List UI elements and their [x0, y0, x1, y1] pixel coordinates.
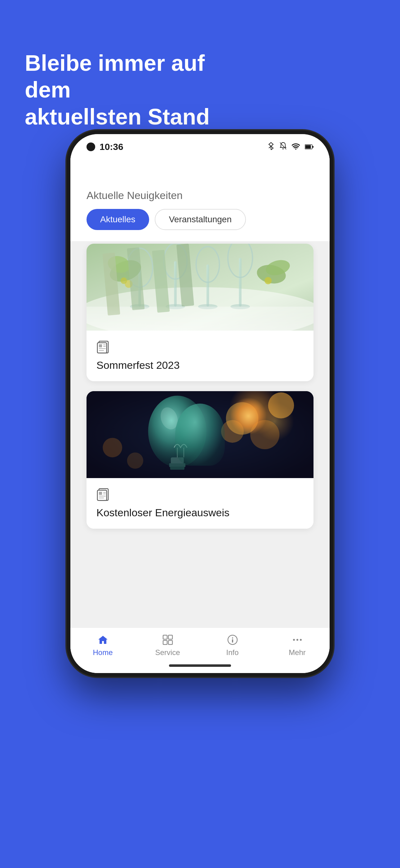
news-icon-sommerfest	[96, 339, 112, 355]
svg-rect-2	[305, 145, 311, 148]
svg-rect-46	[170, 466, 185, 469]
svg-point-65	[296, 639, 298, 641]
bluetooth-icon	[268, 142, 274, 152]
card-image-bulb	[87, 391, 313, 478]
svg-point-24	[265, 277, 272, 284]
svg-rect-60	[168, 641, 172, 645]
card-sommerfest-title: Sommerfest 2023	[96, 359, 304, 371]
tab-veranstaltungen[interactable]: Veranstaltungen	[155, 209, 246, 230]
svg-point-39	[221, 420, 244, 443]
nav-label-info: Info	[226, 648, 238, 657]
nav-label-service: Service	[155, 648, 180, 657]
svg-rect-3	[312, 146, 313, 148]
home-bar	[169, 664, 231, 667]
svg-rect-63	[232, 639, 233, 643]
nav-label-home: Home	[93, 648, 112, 657]
nav-item-info[interactable]: Info	[200, 634, 265, 657]
card-energieausweis[interactable]: Kostenloser Energieausweis	[87, 391, 313, 529]
battery-icon	[305, 142, 313, 152]
camera-dot	[87, 143, 95, 151]
bottom-nav: Home Service	[70, 627, 330, 660]
svg-point-38	[268, 393, 294, 418]
svg-rect-25	[87, 307, 313, 331]
svg-point-13	[198, 304, 218, 309]
svg-rect-28	[99, 344, 102, 347]
card-sommerfest[interactable]: Sommerfest 2023	[87, 244, 313, 381]
svg-rect-15	[239, 258, 241, 307]
hero-line1: Bleibe immer auf dem	[25, 51, 205, 102]
phone-shell: 10:36	[67, 130, 333, 677]
card-energieausweis-body: Kostenloser Energieausweis	[87, 478, 313, 529]
nav-item-service[interactable]: Service	[135, 634, 200, 657]
svg-rect-52	[99, 492, 102, 495]
bell-mute-icon	[279, 142, 287, 152]
tab-aktuelles[interactable]: Aktuelles	[87, 209, 149, 230]
svg-point-41	[103, 438, 122, 457]
app-content: Aktuelle Neuigkeiten Aktuelles Veranstal…	[70, 155, 330, 673]
hero-text: Bleibe immer auf dem aktuellsten Stand	[25, 50, 242, 130]
phone-screen: 10:36	[70, 134, 330, 673]
phone-mockup: 10:36	[67, 130, 333, 677]
svg-rect-51	[97, 490, 107, 500]
card-image-table	[87, 244, 313, 331]
mehr-icon	[292, 634, 303, 646]
card-sommerfest-body: Sommerfest 2023	[87, 331, 313, 381]
status-icons	[268, 142, 313, 152]
card-energieausweis-title: Kostenloser Energieausweis	[96, 507, 304, 519]
status-time: 10:36	[100, 142, 124, 152]
bulb-image-svg	[87, 391, 313, 478]
filter-tabs: Aktuelles Veranstaltungen	[70, 209, 330, 241]
svg-point-40	[250, 420, 279, 449]
nav-item-home[interactable]: Home	[70, 634, 135, 657]
svg-point-64	[293, 639, 295, 641]
svg-rect-44	[171, 457, 184, 464]
table-image-svg	[87, 244, 313, 331]
svg-rect-12	[206, 265, 209, 307]
svg-rect-57	[163, 635, 167, 639]
svg-point-5	[87, 287, 313, 331]
svg-point-42	[127, 453, 143, 469]
wifi-icon	[292, 142, 300, 152]
nav-item-mehr[interactable]: Mehr	[265, 634, 330, 657]
svg-rect-27	[97, 343, 107, 353]
app-header	[70, 155, 330, 189]
svg-point-23	[121, 278, 127, 284]
svg-rect-58	[168, 635, 172, 639]
svg-point-66	[300, 639, 302, 641]
home-icon	[97, 634, 109, 646]
hero-line2: aktuellsten Stand	[25, 104, 210, 129]
svg-rect-59	[163, 641, 167, 645]
status-bar: 10:36	[70, 134, 330, 155]
section-title: Aktuelle Neuigkeiten	[70, 189, 330, 209]
news-icon-energieausweis	[96, 487, 112, 502]
cards-area: Sommerfest 2023	[70, 241, 330, 627]
service-icon	[162, 634, 174, 646]
svg-point-16	[230, 304, 250, 309]
svg-point-43	[148, 396, 206, 467]
svg-point-7	[130, 304, 149, 309]
status-time-area: 10:36	[87, 142, 124, 152]
svg-rect-9	[174, 261, 176, 306]
svg-point-62	[232, 637, 233, 639]
nav-label-mehr: Mehr	[289, 648, 306, 657]
home-indicator	[70, 660, 330, 673]
svg-point-10	[166, 304, 185, 309]
info-icon	[227, 634, 238, 646]
